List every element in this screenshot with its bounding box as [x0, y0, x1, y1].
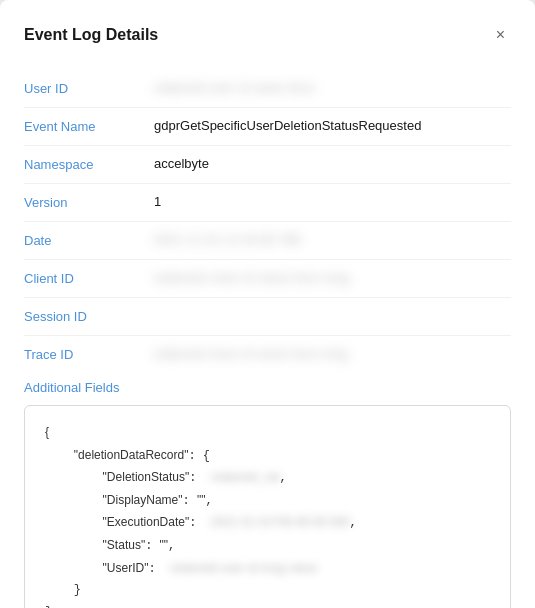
field-label-session-id: Session ID [24, 308, 154, 324]
field-row: Trace IDredacted-trace-id-value-here-lon… [24, 336, 511, 374]
json-value-display-name: "" [197, 493, 206, 507]
json-block: { "deletionDataRecord": { "DeletionStatu… [24, 405, 511, 608]
modal-header: Event Log Details × [24, 24, 511, 46]
field-row: User IDredacted-user-id-value-here [24, 70, 511, 108]
json-key-deletion-record: "deletionDataRecord" [74, 448, 189, 462]
json-value-deletion-status: redacted_val [211, 467, 280, 489]
field-row: Namespaceaccelbyte [24, 146, 511, 184]
field-value-client-id: redacted-client-id-value-here-long [154, 270, 511, 285]
field-row: Event NamegdprGetSpecificUserDeletionSta… [24, 108, 511, 146]
json-open-brace: { [45, 425, 49, 439]
json-value-status: "" [160, 538, 169, 552]
json-key-user-id: "UserID" [103, 561, 149, 575]
json-key-display-name: "DisplayName" [103, 493, 183, 507]
field-value-date: 2021-11-01 12:34:56.789 [154, 232, 511, 247]
modal-title: Event Log Details [24, 26, 158, 44]
json-key-deletion-status: "DeletionStatus" [103, 470, 190, 484]
field-value-namespace: accelbyte [154, 156, 511, 171]
field-label-date: Date [24, 232, 154, 248]
field-row: Client IDredacted-client-id-value-here-l… [24, 260, 511, 298]
close-button[interactable]: × [490, 24, 511, 46]
json-key-execution-date: "ExecutionDate" [103, 515, 190, 529]
json-value-execution-date: 2021-01-01T00:00:00.000 [211, 512, 350, 534]
field-value-version: 1 [154, 194, 511, 209]
field-value-user-id: redacted-user-id-value-here [154, 80, 511, 95]
json-key-status: "Status" [103, 538, 146, 552]
field-value-event-name: gdprGetSpecificUserDeletionStatusRequest… [154, 118, 511, 133]
field-label-event-name: Event Name [24, 118, 154, 134]
event-log-details-modal: Event Log Details × User IDredacted-user… [0, 0, 535, 608]
json-value-user-id: redacted-user-id-long-value [170, 558, 317, 580]
field-label-user-id: User ID [24, 80, 154, 96]
additional-fields-label: Additional Fields [24, 380, 511, 395]
field-value-trace-id: redacted-trace-id-value-here-long [154, 346, 511, 361]
field-label-trace-id: Trace ID [24, 346, 154, 362]
field-label-version: Version [24, 194, 154, 210]
field-label-client-id: Client ID [24, 270, 154, 286]
field-label-namespace: Namespace [24, 156, 154, 172]
field-row: Version1 [24, 184, 511, 222]
field-row: Session ID [24, 298, 511, 336]
fields-container: User IDredacted-user-id-value-hereEvent … [24, 70, 511, 374]
field-row: Date2021-11-01 12:34:56.789 [24, 222, 511, 260]
